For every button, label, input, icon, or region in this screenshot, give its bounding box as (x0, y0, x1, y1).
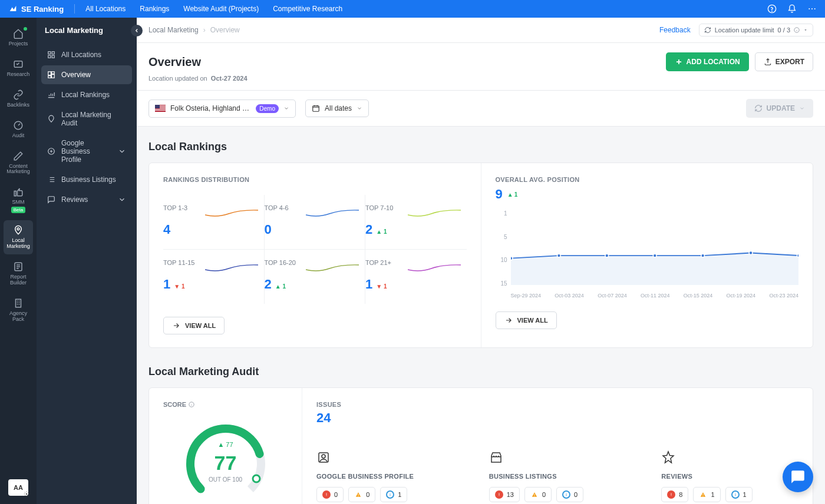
error-dot-icon (322, 490, 331, 499)
sparkline (408, 258, 461, 276)
collapse-sidebar-button[interactable] (131, 25, 143, 37)
info-pill[interactable]: 1 (380, 487, 407, 502)
nav-rail: Projects Research Backlinks Audit Conten… (0, 18, 37, 504)
add-location-button[interactable]: ADD LOCATION (666, 52, 749, 71)
update-limit-pill[interactable]: Location update limit 0 / 3 (699, 24, 813, 37)
rank-delta: ▲ 1 (376, 228, 387, 235)
issue-group-title: BUSINESS LISTINGS (489, 473, 626, 480)
warning-dot-icon (699, 490, 707, 499)
help-icon[interactable] (767, 4, 777, 14)
svg-rect-17 (52, 74, 55, 78)
rail-backlinks[interactable]: Backlinks (4, 85, 33, 113)
svg-point-35 (797, 254, 798, 257)
sidebar-all-locations[interactable]: All Locations (41, 45, 132, 64)
accessibility-button[interactable]: AA (8, 479, 28, 496)
rail-local-marketing[interactable]: Local Marketing (4, 220, 33, 254)
export-button[interactable]: EXPORT (755, 52, 813, 71)
score-delta: ▲ 77 (182, 441, 270, 448)
location-selector[interactable]: Folk Osteria, Highland Dr., Holl... Demo (148, 100, 296, 118)
topnav-competitive-research[interactable]: Competitive Research (273, 5, 342, 13)
chevron-down-icon (357, 105, 362, 111)
svg-point-34 (749, 251, 753, 255)
svg-point-30 (557, 254, 560, 257)
sidebar-overview[interactable]: Overview (41, 65, 132, 84)
report-icon (13, 261, 24, 272)
rank-cell[interactable]: TOP 11-15 1▼ 1 (163, 250, 265, 304)
sidebar-gbp[interactable]: Google Business Profile (41, 134, 132, 169)
error-pill[interactable]: 8 (661, 487, 688, 502)
brand-logo[interactable]: SE Ranking (8, 4, 64, 14)
issue-group-title: GOOGLE BUSINESS PROFILE (316, 473, 454, 480)
rail-content-marketing[interactable]: Content Marketing (4, 146, 33, 180)
svg-point-10 (26, 493, 28, 495)
us-flag-icon (155, 105, 166, 112)
issues-label: ISSUES (316, 401, 798, 408)
topnav-website-audit[interactable]: Website Audit (Projects) (183, 5, 259, 13)
grid-icon (47, 51, 55, 59)
sidebar-reviews[interactable]: Reviews (41, 190, 132, 209)
rank-value: 0 (265, 222, 358, 237)
warning-pill[interactable]: 0 (348, 487, 375, 502)
score-column: SCORE ▲ 77 77 OUT OF 100 (149, 388, 302, 504)
info-icon[interactable] (189, 402, 194, 407)
info-dot-icon (562, 490, 570, 499)
topnav-all-locations[interactable]: All Locations (85, 5, 126, 13)
rail-smm[interactable]: SMM Beta (4, 182, 33, 218)
score-value: 77 (182, 452, 270, 475)
rank-cell[interactable]: TOP 4-6 0 (265, 195, 366, 250)
chat-icon (790, 469, 806, 485)
pencil-icon (13, 151, 24, 161)
warning-pill[interactable]: 1 (693, 487, 720, 502)
rank-cell[interactable]: TOP 16-20 2▲ 1 (265, 250, 366, 304)
sidebar-local-rankings[interactable]: Local Rankings (41, 85, 132, 104)
rank-cell[interactable]: TOP 1-3 4 (163, 195, 265, 250)
refresh-icon (704, 26, 711, 34)
rail-projects[interactable]: Projects (4, 24, 33, 52)
sparkline (205, 203, 258, 221)
rank-value: 1▼ 1 (163, 277, 257, 292)
rail-research[interactable]: Research (4, 54, 33, 82)
list-icon (47, 175, 55, 184)
chat-icon (47, 195, 55, 204)
chevron-down-icon (283, 105, 289, 111)
svg-rect-18 (48, 76, 51, 78)
issue-pills: 13 0 0 (489, 487, 626, 502)
issues-count: 24 (316, 410, 798, 426)
avg-label: OVERALL AVG. POSITION (496, 176, 799, 183)
breadcrumb-parent[interactable]: Local Marketing (148, 26, 199, 34)
error-pill[interactable]: 0 (316, 487, 344, 502)
more-icon[interactable] (807, 4, 817, 14)
rank-value: 4 (163, 222, 257, 237)
info-pill[interactable]: 1 (725, 487, 753, 502)
update-button[interactable]: UPDATE (746, 99, 813, 118)
date-selector[interactable]: All dates (305, 100, 369, 117)
topbar-right (767, 4, 817, 14)
thumb-icon (13, 187, 24, 197)
topnav-rankings[interactable]: Rankings (140, 5, 169, 13)
rail-audit[interactable]: Audit (4, 115, 33, 144)
svg-rect-16 (52, 72, 55, 74)
bell-icon[interactable] (787, 4, 797, 14)
rail-agency-pack[interactable]: Agency Pack (4, 293, 33, 327)
main: Local Marketing › Overview Feedback Loca… (137, 18, 825, 504)
page-header: Overview ADD LOCATION EXPORT Location up… (137, 43, 825, 91)
warning-pill[interactable]: 0 (524, 487, 552, 502)
link-icon (13, 89, 24, 100)
rank-cell[interactable]: TOP 21+ 1▼ 1 (365, 250, 467, 304)
score-gauge: ▲ 77 77 OUT OF 100 (182, 420, 270, 504)
rank-value: 2▲ 1 (365, 222, 460, 237)
error-pill[interactable]: 13 (489, 487, 520, 502)
issues-column: ISSUES 24 GOOGLE BUSINESS PROFILE 0 0 1 … (302, 388, 813, 504)
view-all-avg-button[interactable]: VIEW ALL (496, 311, 557, 329)
sparkline (408, 203, 461, 221)
sidebar-business-listings[interactable]: Business Listings (41, 170, 132, 189)
sidebar-local-marketing-audit[interactable]: Local Marketing Audit (41, 105, 132, 132)
info-pill[interactable]: 0 (556, 487, 583, 502)
breadcrumb-bar: Local Marketing › Overview Feedback Loca… (137, 18, 825, 43)
feedback-link[interactable]: Feedback (659, 26, 691, 34)
chevron-down-icon (799, 105, 805, 111)
chat-widget[interactable] (783, 462, 813, 492)
rail-report-builder[interactable]: Report Builder (4, 257, 33, 291)
view-all-rankings-button[interactable]: VIEW ALL (163, 317, 225, 334)
rank-cell[interactable]: TOP 7-10 2▲ 1 (365, 195, 467, 250)
